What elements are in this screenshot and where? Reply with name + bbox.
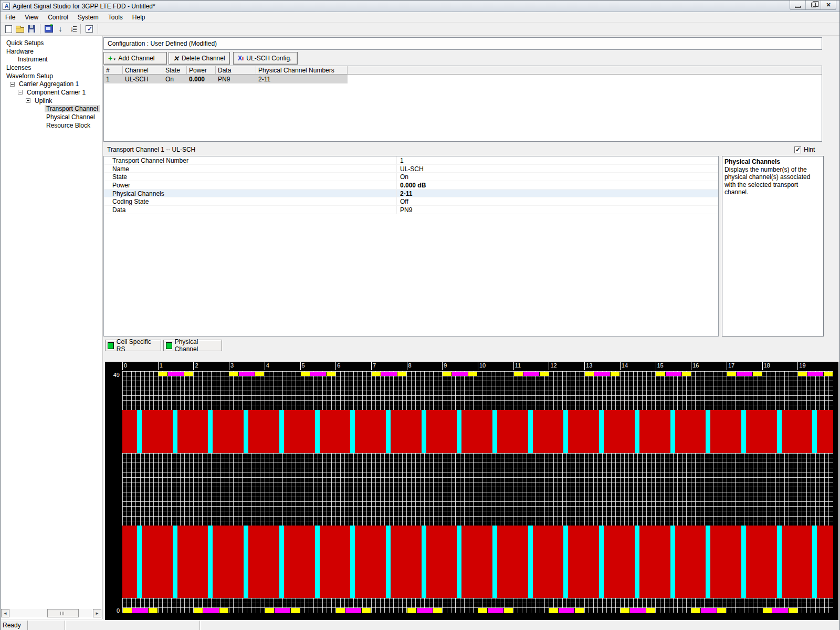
add-channel-button[interactable]: + ▼ Add Channel (103, 52, 167, 65)
pucch-marker-yellow (611, 372, 620, 376)
sidebar-item-instrument[interactable]: Instrument (1, 55, 102, 64)
column-header-data[interactable]: Data (216, 66, 256, 74)
collapse-expander-icon[interactable] (18, 90, 23, 94)
scroll-left-arrow[interactable]: ◄ (1, 609, 9, 617)
empty-resource-grid-band (122, 598, 833, 613)
subframe-tick (549, 362, 549, 370)
channel-table: #ChannelStatePowerDataPhysical Channel N… (103, 66, 822, 142)
menu-help[interactable]: Help (128, 13, 150, 22)
scrollbar-track[interactable] (9, 609, 93, 617)
save-button[interactable] (26, 24, 37, 34)
ulsch-config-button[interactable]: Xı UL-SCH Config. (233, 52, 298, 65)
pucch-marker-yellow (255, 372, 264, 376)
pucch-marker-yellow (789, 608, 797, 613)
property-row-state[interactable]: StateOn (104, 173, 718, 181)
pucch-marker-magenta (807, 372, 823, 376)
apply-button[interactable] (84, 24, 94, 34)
menu-system[interactable]: System (73, 13, 103, 22)
property-row-data[interactable]: DataPN9 (104, 206, 718, 214)
column-header-channel[interactable]: Channel (123, 66, 163, 74)
column-header-physical-channel-numbers[interactable]: Physical Channel Numbers (256, 66, 348, 74)
sidebar-item-transport-channel[interactable]: Transport Channel (1, 105, 102, 113)
menu-file[interactable]: File (1, 13, 20, 22)
sidebar-item-waveform-setup[interactable]: Waveform Setup (1, 72, 102, 80)
legend-physical-channel[interactable]: Physical Channel (163, 340, 222, 351)
sidebar-item-hardware[interactable]: Hardware (1, 47, 102, 56)
property-row-name[interactable]: NameUL-SCH (104, 165, 718, 173)
delete-channel-button[interactable]: ✕ Delete Channel (169, 52, 230, 65)
cell-specific-rs-swatch (108, 342, 114, 349)
sidebar-item-carrier-aggregation-1[interactable]: Carrier Aggregation 1 (1, 80, 102, 88)
dmrs-line (173, 526, 177, 598)
column-header-#[interactable]: # (104, 66, 123, 74)
app-icon (3, 3, 10, 10)
minimize-button[interactable] (790, 1, 805, 9)
sidebar-item-uplink[interactable]: Uplink (1, 97, 102, 105)
sidebar-item-quick-setups[interactable]: Quick Setups (1, 39, 102, 47)
table-row[interactable]: 1UL-SCHOn0.000PN92-11 (104, 75, 348, 83)
download-button[interactable]: ↓ (55, 24, 66, 34)
property-value[interactable]: UL-SCH (396, 165, 424, 173)
menu-control[interactable]: Control (43, 13, 73, 22)
new-button[interactable] (3, 24, 14, 34)
empty-resource-grid-band (122, 453, 833, 526)
property-row-physical-channels[interactable]: Physical Channels2-11 (104, 190, 718, 198)
sidebar-item-resource-block[interactable]: Resource Block (1, 121, 102, 130)
open-button[interactable] (15, 24, 25, 34)
dmrs-line (208, 410, 213, 454)
resource-block-grid[interactable]: 012345678910111213141516171819490 (105, 362, 838, 620)
subframe-tick-label: 10 (479, 362, 490, 370)
property-row-coding-state[interactable]: Coding StateOff (104, 197, 718, 206)
restore-button[interactable] (805, 1, 821, 9)
hint-checkbox[interactable] (794, 146, 801, 153)
scrollbar-thumb[interactable] (47, 609, 79, 617)
legend-cell-specific-rs[interactable]: Cell Specific RS (105, 340, 161, 351)
save-icon (28, 25, 35, 33)
property-name: Power (104, 181, 396, 189)
restore-icon (811, 3, 816, 7)
minimize-icon (795, 6, 801, 8)
menu-view[interactable]: View (20, 13, 43, 22)
subframe-tick (656, 362, 656, 370)
pucch-marker-magenta (132, 608, 148, 613)
sidebar-horizontal-scrollbar[interactable]: ◄ ► (1, 609, 101, 617)
sidebar-item-licenses[interactable]: Licenses (1, 64, 102, 72)
pucch-marker-yellow (798, 372, 807, 376)
scroll-right-arrow[interactable]: ► (93, 609, 101, 617)
dmrs-line (350, 526, 355, 598)
column-header-power[interactable]: Power (187, 66, 216, 74)
transport-channel-title: Transport Channel 1 -- UL-SCH (107, 146, 195, 153)
property-value[interactable]: 1 (396, 156, 404, 164)
pucch-marker-magenta (488, 608, 503, 613)
column-header-state[interactable]: State (163, 66, 187, 74)
sidebar-item-component-carrier-1[interactable]: Component Carrier 1 (1, 88, 102, 97)
collapse-expander-icon[interactable] (26, 98, 30, 103)
pucch-marker-magenta (666, 372, 681, 376)
property-value[interactable]: PN9 (396, 206, 412, 214)
table-cell: 2-11 (256, 75, 348, 83)
property-row-transport-channel-number[interactable]: Transport Channel Number1 (104, 156, 718, 165)
dmrs-line (422, 526, 426, 598)
sidebar-item-physical-channel[interactable]: Physical Channel (1, 113, 102, 121)
dmrs-line (670, 410, 675, 454)
pucch-marker-magenta (630, 608, 646, 613)
download-list-button[interactable]: ↓ (67, 24, 77, 34)
download-to-instrument-button[interactable] (44, 24, 54, 34)
dmrs-line (457, 526, 461, 598)
property-value[interactable]: On (396, 173, 408, 181)
pucch-marker-magenta (701, 608, 717, 613)
sidebar-item-label: Licenses (5, 64, 33, 71)
row-label-top: 49 (105, 372, 120, 378)
menu-tools[interactable]: Tools (103, 13, 128, 22)
property-row-power[interactable]: Power0.000 dB (104, 181, 718, 190)
hint-checkbox-group[interactable]: Hint (794, 146, 815, 153)
collapse-expander-icon[interactable] (10, 82, 15, 87)
window-controls: ✕ (790, 1, 836, 10)
subframe-tick (691, 362, 691, 370)
property-value[interactable]: 2-11 (396, 190, 412, 197)
close-button[interactable]: ✕ (821, 1, 836, 9)
property-value[interactable]: Off (396, 197, 408, 205)
plus-icon: + (108, 54, 112, 62)
property-value[interactable]: 0.000 dB (396, 181, 426, 189)
hint-panel: Physical Channels Displays the number(s)… (722, 156, 824, 337)
